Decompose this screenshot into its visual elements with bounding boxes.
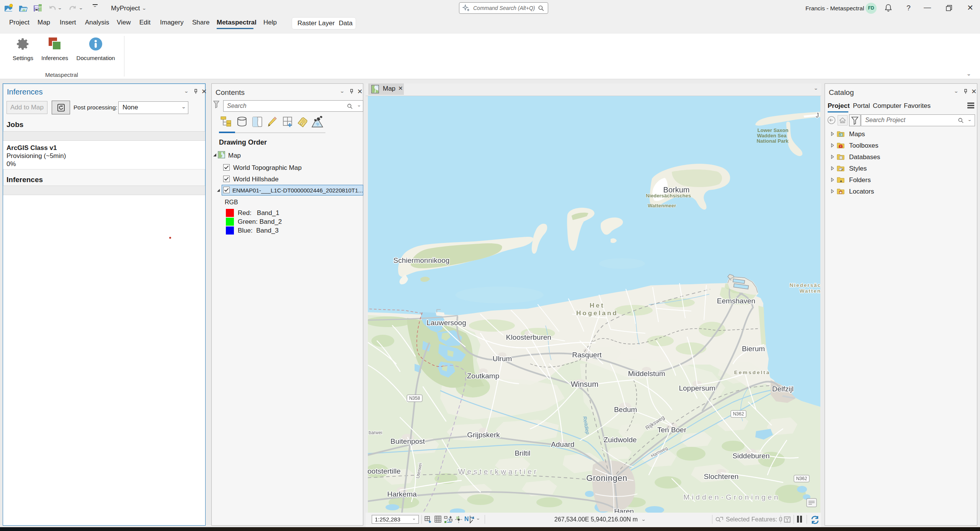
svg-text:Schiermonnikoog: Schiermonnikoog bbox=[394, 256, 450, 264]
svg-text:Loppersum: Loppersum bbox=[679, 384, 715, 392]
svg-text:Siddeburen: Siddeburen bbox=[732, 452, 769, 460]
svg-text:Bierum: Bierum bbox=[742, 345, 765, 353]
svg-text:Delfzijl: Delfzijl bbox=[772, 385, 794, 393]
svg-text:Slochteren: Slochteren bbox=[704, 472, 739, 481]
svg-text:Rasquert: Rasquert bbox=[572, 351, 602, 359]
svg-text:Haren: Haren bbox=[614, 507, 634, 513]
svg-text:Hogeland: Hogeland bbox=[576, 309, 618, 317]
svg-text:Kloosterburen: Kloosterburen bbox=[506, 333, 551, 341]
svg-text:Wadden Sea: Wadden Sea bbox=[757, 133, 787, 138]
svg-text:Lower Saxon: Lower Saxon bbox=[758, 127, 789, 133]
svg-text:Grijpskerk: Grijpskerk bbox=[467, 431, 500, 439]
svg-text:Ulrum: Ulrum bbox=[493, 355, 512, 363]
svg-text:Niedersäc: Niedersäc bbox=[789, 282, 821, 288]
svg-text:Borkum: Borkum bbox=[663, 186, 690, 194]
svg-text:Watten: Watten bbox=[800, 288, 822, 294]
svg-text:Westerkwartier: Westerkwartier bbox=[458, 467, 539, 476]
svg-text:Zuidwolde: Zuidwolde bbox=[604, 436, 637, 444]
svg-text:Harkema: Harkema bbox=[387, 490, 417, 498]
svg-text:ootstertille: ootstertille bbox=[368, 467, 401, 475]
svg-text:Buitenpost: Buitenpost bbox=[390, 437, 425, 445]
svg-text:Het: Het bbox=[590, 302, 604, 309]
svg-text:Ten Boer: Ten Boer bbox=[657, 426, 687, 434]
svg-text:Aduard: Aduard bbox=[551, 440, 574, 448]
svg-text:Wattenmeer: Wattenmeer bbox=[648, 203, 676, 208]
svg-text:barwei: barwei bbox=[369, 430, 382, 435]
svg-text:J: J bbox=[816, 112, 819, 119]
svg-text:Briltil: Briltil bbox=[514, 449, 530, 457]
svg-text:N358: N358 bbox=[409, 396, 420, 401]
svg-text:Midden-Groningen: Midden-Groningen bbox=[683, 493, 780, 501]
svg-text:Bedum: Bedum bbox=[614, 406, 637, 414]
svg-text:Lauwersoog: Lauwersoog bbox=[426, 319, 466, 327]
svg-text:Eemsdelta: Eemsdelta bbox=[734, 370, 771, 375]
svg-text:Zoutkamp: Zoutkamp bbox=[467, 372, 499, 380]
svg-text:Groningen: Groningen bbox=[586, 473, 627, 483]
svg-text:Middelstum: Middelstum bbox=[628, 370, 665, 378]
svg-text:N362: N362 bbox=[733, 411, 744, 417]
svg-text:National Park: National Park bbox=[756, 138, 789, 144]
svg-text:N362: N362 bbox=[796, 476, 807, 481]
svg-text:Winsum: Winsum bbox=[571, 380, 598, 388]
svg-text:Eemshaven: Eemshaven bbox=[717, 297, 755, 305]
